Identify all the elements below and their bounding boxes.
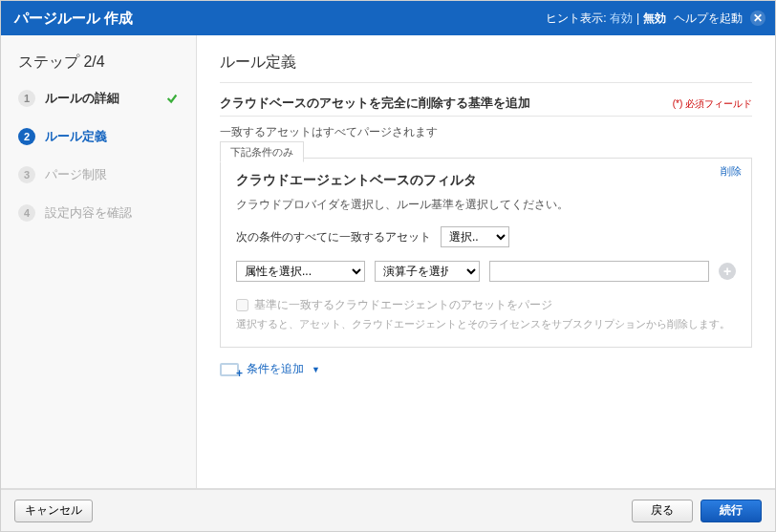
criteria-block: 下記条件のみ 削除 クラウドエージェントベースのフィルタ クラウドプロバイダを選… xyxy=(220,158,752,348)
page-title: ルール定義 xyxy=(220,53,752,83)
step-list: 1 ルールの詳細 2 ルール定義 3 パージ制限 4 設定内容を確認 xyxy=(18,90,179,222)
rule-row: 属性を選択... 演算子を選択... + xyxy=(236,261,736,282)
modal-window: パージルール 作成 ヒント表示: 有効 | 無効 ヘルプを起動 ✕ ステップ 2… xyxy=(0,0,776,532)
step-item-details[interactable]: 1 ルールの詳細 xyxy=(18,90,179,107)
step-label: ルールの詳細 xyxy=(45,90,156,107)
criteria-title: クラウドエージェントベースのフィルタ xyxy=(236,172,736,189)
subtitle-row: クラウドベースのアセットを完全に削除する基準を追加 必須フィールド xyxy=(220,95,752,117)
help-link[interactable]: ヘルプを起動 xyxy=(674,11,743,27)
step-label: パージ制限 xyxy=(45,166,179,183)
modal-title: パージルール 作成 xyxy=(14,10,133,28)
attribute-select[interactable]: 属性を選択... xyxy=(236,261,365,282)
close-icon[interactable]: ✕ xyxy=(750,11,765,26)
purge-agent-hint: 選択すると、アセット、クラウドエージェントとそのライセンスをサブスクリプションか… xyxy=(236,317,736,331)
operator-select[interactable]: 演算子を選択... xyxy=(375,261,480,282)
hint-toggle-area: ヒント表示: 有効 | 無効 xyxy=(546,11,666,27)
modal-body: ステップ 2/4 1 ルールの詳細 2 ルール定義 3 パージ制限 xyxy=(1,35,775,489)
provider-row: 次の条件のすべてに一致するアセット 選択... xyxy=(236,226,736,247)
step-number: 1 xyxy=(18,90,35,107)
step-label: ルール定義 xyxy=(45,128,179,145)
purge-agent-label: 基準に一致するクラウドエージェントのアセットをパージ xyxy=(254,297,552,313)
hint-on-link[interactable]: 有効 xyxy=(610,11,633,27)
add-condition-button[interactable]: 条件を追加 ▼ xyxy=(220,361,752,377)
modal-footer: キャンセル 戻る 続行 xyxy=(1,489,775,531)
step-item-limits[interactable]: 3 パージ制限 xyxy=(18,166,179,183)
match-description: 一致するアセットはすべてパージされます xyxy=(220,124,752,140)
step-counter: ステップ 2/4 xyxy=(18,53,179,73)
chevron-down-icon: ▼ xyxy=(312,365,320,374)
wizard-sidebar: ステップ 2/4 1 ルールの詳細 2 ルール定義 3 パージ制限 xyxy=(1,35,197,488)
step-item-definition[interactable]: 2 ルール定義 xyxy=(18,128,179,145)
step-number: 3 xyxy=(18,166,35,183)
modal-header: パージルール 作成 ヒント表示: 有効 | 無効 ヘルプを起動 ✕ xyxy=(1,1,775,35)
value-input[interactable] xyxy=(489,261,709,282)
continue-button[interactable]: 続行 xyxy=(701,500,762,522)
add-condition-label: 条件を追加 xyxy=(247,361,304,377)
subtitle: クラウドベースのアセットを完全に削除する基準を追加 xyxy=(220,95,530,112)
hint-label: ヒント表示: xyxy=(546,11,606,27)
required-field-note: 必須フィールド xyxy=(673,97,752,111)
step-number: 4 xyxy=(18,204,35,222)
step-number: 2 xyxy=(18,128,35,145)
purge-agent-checkbox[interactable] xyxy=(236,299,248,311)
purge-agent-option: 基準に一致するクラウドエージェントのアセットをパージ xyxy=(236,297,736,313)
provider-select[interactable]: 選択... xyxy=(441,226,509,247)
cancel-button[interactable]: キャンセル xyxy=(14,500,93,522)
monitor-plus-icon xyxy=(220,363,239,376)
main-content: ルール定義 クラウドベースのアセットを完全に削除する基準を追加 必須フィールド … xyxy=(197,35,775,488)
match-all-label: 次の条件のすべてに一致するアセット xyxy=(236,229,431,245)
header-right: ヒント表示: 有効 | 無効 ヘルプを起動 ✕ xyxy=(546,11,765,27)
footer-right-buttons: 戻る 続行 xyxy=(632,500,762,522)
criteria-description: クラウドプロバイダを選択し、ルール基準を選択してください。 xyxy=(236,197,736,213)
back-button[interactable]: 戻る xyxy=(632,500,693,522)
delete-criteria-link[interactable]: 削除 xyxy=(721,164,742,179)
criteria-tab-label: 下記条件のみ xyxy=(220,141,304,162)
hint-separator: | xyxy=(636,11,639,25)
step-item-review[interactable]: 4 設定内容を確認 xyxy=(18,204,179,222)
checkmark-icon xyxy=(165,92,179,105)
step-label: 設定内容を確認 xyxy=(45,204,179,222)
hint-off-link[interactable]: 無効 xyxy=(643,11,666,27)
add-rule-icon[interactable]: + xyxy=(719,263,736,280)
